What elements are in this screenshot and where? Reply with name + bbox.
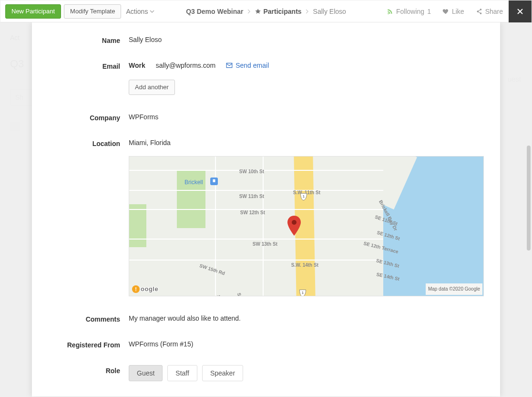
svg-text:1: 1: [302, 291, 304, 295]
close-icon: [517, 8, 523, 15]
role-option-guest[interactable]: Guest: [129, 365, 163, 381]
field-label-location: Location: [32, 138, 129, 148]
participant-panel: Name Sally Eloso Email Work sally@wpform…: [32, 22, 500, 397]
role-option-speaker[interactable]: Speaker: [202, 365, 243, 381]
chevron-down-icon: [150, 9, 154, 14]
rss-icon: [387, 8, 393, 15]
metro-station-icon: [210, 178, 218, 185]
email-type: Work: [129, 61, 145, 70]
role-option-staff[interactable]: Staff: [167, 365, 197, 381]
field-label-email: Email: [32, 61, 129, 71]
field-label-registered-from: Registered From: [32, 339, 129, 350]
field-value-comments[interactable]: My manager would also like to attend.: [129, 313, 484, 323]
field-value-location[interactable]: Miami, Florida: [129, 138, 484, 147]
top-toolbar: New Participant Modify Template Actions …: [0, 0, 532, 22]
actions-menu[interactable]: Actions: [126, 8, 154, 15]
breadcrumb-root[interactable]: Q3 Demo Webinar: [186, 8, 243, 15]
breadcrumb-participants[interactable]: Participants: [255, 8, 301, 15]
svg-text:1: 1: [303, 194, 305, 198]
map-station-label: Brickell: [184, 178, 203, 187]
add-another-email-button[interactable]: Add another: [129, 80, 175, 95]
email-value[interactable]: sally@wpforms.com: [156, 61, 215, 70]
field-label-role: Role: [32, 365, 129, 376]
heart-icon: [442, 8, 449, 15]
hwy-shield-icon: 1: [299, 289, 307, 296]
map-warning-icon: !: [132, 285, 140, 293]
envelope-icon: [226, 63, 233, 68]
modify-template-button[interactable]: Modify Template: [64, 4, 121, 19]
close-button[interactable]: [509, 0, 532, 22]
like-button[interactable]: Like: [437, 8, 470, 15]
field-value-registered-from: WPForms (Form #15): [129, 339, 484, 349]
hwy-shield-icon: 1: [300, 193, 307, 201]
field-label-company: Company: [32, 112, 129, 123]
field-label-name: Name: [32, 35, 129, 45]
svg-point-2: [292, 220, 297, 225]
breadcrumb: Q3 Demo Webinar Participants Sally Eloso: [186, 8, 346, 15]
following-button[interactable]: Following 1: [381, 8, 437, 15]
send-email-link[interactable]: Send email: [226, 61, 269, 70]
chevron-right-icon: [306, 9, 309, 14]
new-participant-button[interactable]: New Participant: [5, 4, 61, 19]
google-logo: oogle: [141, 284, 158, 294]
chevron-right-icon: [247, 9, 251, 14]
star-icon: [255, 8, 261, 15]
share-button[interactable]: Share: [470, 8, 509, 15]
scrollbar-thumb[interactable]: [527, 146, 531, 251]
location-map[interactable]: SW 10th St SW 11th St S.W. 11th St SW 12…: [129, 156, 484, 296]
share-icon: [476, 8, 482, 15]
field-value-company[interactable]: WPForms: [129, 112, 484, 122]
map-copyright: Map data ©2020 Google: [426, 283, 482, 295]
map-pin-icon: [287, 216, 301, 236]
role-selector: Guest Staff Speaker: [129, 365, 484, 381]
field-label-comments: Comments: [32, 313, 129, 324]
field-value-name[interactable]: Sally Eloso: [129, 35, 484, 44]
actions-label: Actions: [126, 8, 148, 15]
breadcrumb-leaf: Sally Eloso: [313, 8, 346, 15]
